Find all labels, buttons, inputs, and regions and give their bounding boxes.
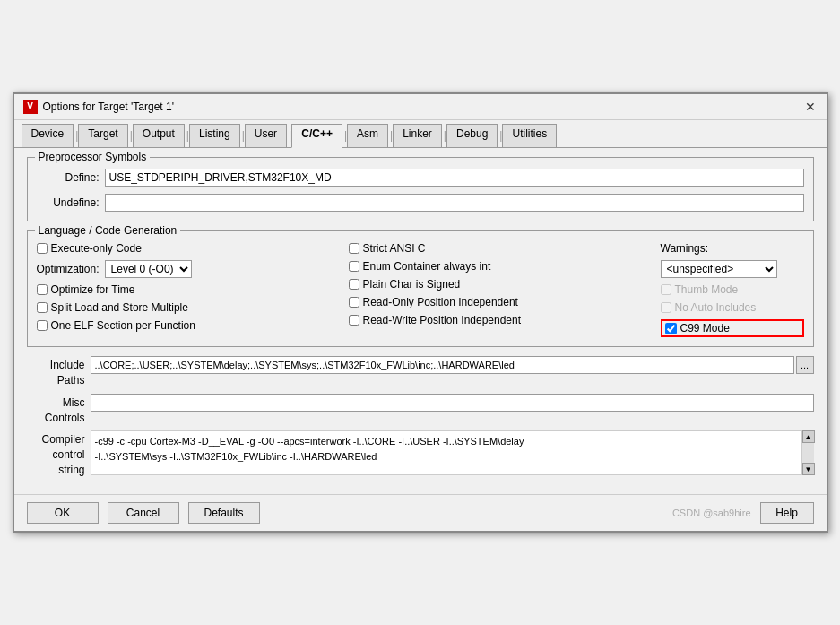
- strict-ansi-label: Strict ANSI C: [363, 242, 426, 255]
- include-paths-label: IncludePaths: [27, 356, 85, 388]
- split-load-row: Split Load and Store Multiple: [37, 301, 340, 314]
- enum-container-checkbox[interactable]: [349, 261, 359, 272]
- cancel-button[interactable]: Cancel: [108, 502, 179, 524]
- warnings-label: Warnings:: [661, 242, 804, 255]
- watermark: CSDN @sab9hire: [672, 508, 751, 518]
- footer: OK Cancel Defaults CSDN @sab9hire Help: [14, 494, 827, 531]
- optimize-time-label: Optimize for Time: [51, 283, 135, 296]
- warnings-select[interactable]: <unspecified>: [661, 260, 777, 278]
- ok-button[interactable]: OK: [27, 502, 99, 524]
- plain-char-checkbox[interactable]: [349, 279, 359, 290]
- thumb-mode-label: Thumb Mode: [675, 283, 739, 296]
- tab-utilities[interactable]: Utilities: [502, 124, 557, 147]
- optimization-select[interactable]: Level 0 (-O0): [105, 260, 192, 278]
- readonly-pos-label: Read-Only Position Independent: [363, 296, 518, 308]
- no-auto-includes-checkbox[interactable]: [661, 302, 671, 313]
- execute-only-row: Execute-only Code: [37, 242, 340, 255]
- enum-container-label: Enum Container always int: [363, 260, 491, 273]
- readonly-pos-row: Read-Only Position Independent: [349, 296, 652, 308]
- c99-mode-label: C99 Mode: [680, 322, 730, 334]
- app-icon: V: [23, 100, 38, 114]
- tab-device[interactable]: Device: [22, 124, 74, 147]
- readwrite-pos-label: Read-Write Position Independent: [363, 314, 522, 326]
- enum-container-row: Enum Container always int: [349, 260, 652, 273]
- misc-controls-row: MiscControls: [27, 394, 814, 426]
- define-input[interactable]: [105, 169, 804, 187]
- split-load-checkbox[interactable]: [37, 302, 48, 313]
- compiler-string-display: -c99 -c -cpu Cortex-M3 -D__EVAL -g -O0 -…: [91, 430, 814, 475]
- readonly-pos-checkbox[interactable]: [349, 297, 359, 308]
- preprocessor-title: Preprocessor Symbols: [35, 151, 151, 163]
- footer-right: CSDN @sab9hire Help: [672, 502, 814, 524]
- optimize-time-row: Optimize for Time: [37, 283, 340, 296]
- undefine-row: Undefine:: [37, 194, 804, 212]
- plain-char-label: Plain Char is Signed: [363, 278, 461, 291]
- no-auto-includes-label: No Auto Includes: [675, 301, 757, 314]
- misc-controls-input[interactable]: [91, 394, 814, 412]
- readwrite-pos-checkbox[interactable]: [349, 315, 359, 326]
- undefine-input[interactable]: [105, 194, 804, 212]
- one-elf-label: One ELF Section per Function: [51, 319, 195, 332]
- bottom-rows: IncludePaths ... MiscControls Compilerco…: [27, 356, 814, 478]
- misc-controls-wrap: [91, 394, 814, 412]
- optimize-time-checkbox[interactable]: [37, 284, 48, 295]
- define-label: Define:: [37, 171, 100, 184]
- compiler-line2: -I..\SYSTEM\sys -I..\STM32F10x_FWLib\inc…: [95, 449, 810, 464]
- plain-char-row: Plain Char is Signed: [349, 278, 652, 291]
- c99-mode-row: C99 Mode: [661, 319, 804, 337]
- tab-output[interactable]: Output: [133, 124, 185, 147]
- thumb-mode-checkbox[interactable]: [661, 284, 671, 295]
- scroll-down-arrow[interactable]: ▼: [802, 463, 815, 475]
- define-row: Define:: [37, 169, 804, 187]
- compiler-string-label: Compilercontrolstring: [27, 430, 85, 477]
- preprocessor-group: Preprocessor Symbols Define: Undefine:: [27, 157, 814, 221]
- tab-cpp[interactable]: C/C++: [291, 124, 342, 148]
- footer-buttons: OK Cancel Defaults: [27, 502, 260, 524]
- include-paths-wrap: ...: [91, 356, 814, 374]
- warnings-col: Warnings: <unspecified> Thumb Mode No Au…: [661, 242, 804, 337]
- split-load-label: Split Load and Store Multiple: [51, 301, 188, 314]
- misc-controls-label: MiscControls: [27, 394, 85, 426]
- tab-user[interactable]: User: [245, 124, 287, 147]
- tab-listing[interactable]: Listing: [189, 124, 240, 147]
- include-paths-input[interactable]: [91, 356, 794, 374]
- compiler-string-row: Compilercontrolstring -c99 -c -cpu Corte…: [27, 430, 814, 477]
- language-content: Execute-only Code Optimization: Level 0 …: [37, 242, 804, 337]
- execute-only-checkbox[interactable]: [37, 243, 48, 254]
- lang-col1: Execute-only Code Optimization: Level 0 …: [37, 242, 340, 337]
- defaults-button[interactable]: Defaults: [188, 502, 260, 524]
- scroll-up-arrow[interactable]: ▲: [802, 430, 815, 443]
- title-bar-left: V Options for Target 'Target 1': [23, 100, 174, 114]
- dialog-title: Options for Target 'Target 1': [43, 100, 174, 113]
- tab-linker[interactable]: Linker: [393, 124, 442, 147]
- thumb-mode-row: Thumb Mode: [661, 283, 804, 296]
- dialog: V Options for Target 'Target 1' ✕ Device…: [13, 92, 828, 533]
- optimization-row: Optimization: Level 0 (-O0): [37, 260, 340, 278]
- execute-only-label: Execute-only Code: [51, 242, 142, 255]
- include-paths-browse-button[interactable]: ...: [796, 356, 814, 374]
- one-elf-row: One ELF Section per Function: [37, 319, 340, 332]
- strict-ansi-row: Strict ANSI C: [349, 242, 652, 255]
- close-button[interactable]: ✕: [803, 100, 818, 114]
- optimization-label: Optimization:: [37, 263, 100, 275]
- include-paths-row: IncludePaths ...: [27, 356, 814, 388]
- strict-ansi-checkbox[interactable]: [349, 243, 359, 254]
- content-area: Preprocessor Symbols Define: Undefine: L…: [14, 148, 827, 494]
- language-group: Language / Code Generation Execute-only …: [27, 230, 814, 347]
- no-auto-includes-row: No Auto Includes: [661, 301, 804, 314]
- readwrite-pos-row: Read-Write Position Independent: [349, 314, 652, 326]
- tab-asm[interactable]: Asm: [347, 124, 388, 147]
- c99-mode-checkbox[interactable]: [665, 323, 677, 334]
- title-bar: V Options for Target 'Target 1' ✕: [14, 94, 827, 120]
- lang-col2: Strict ANSI C Enum Container always int …: [349, 242, 652, 337]
- tab-target[interactable]: Target: [78, 124, 127, 147]
- one-elf-checkbox[interactable]: [37, 320, 48, 331]
- compiler-line1: -c99 -c -cpu Cortex-M3 -D__EVAL -g -O0 -…: [95, 434, 810, 449]
- undefine-label: Undefine:: [37, 196, 100, 209]
- compiler-string-wrap: -c99 -c -cpu Cortex-M3 -D__EVAL -g -O0 -…: [91, 430, 814, 475]
- tab-debug[interactable]: Debug: [446, 124, 498, 147]
- compiler-scrollbar: ▲ ▼: [801, 430, 814, 475]
- tabs-bar: Device | Target | Output | Listing | Use…: [14, 120, 827, 148]
- language-title: Language / Code Generation: [35, 224, 181, 237]
- help-button[interactable]: Help: [760, 502, 814, 524]
